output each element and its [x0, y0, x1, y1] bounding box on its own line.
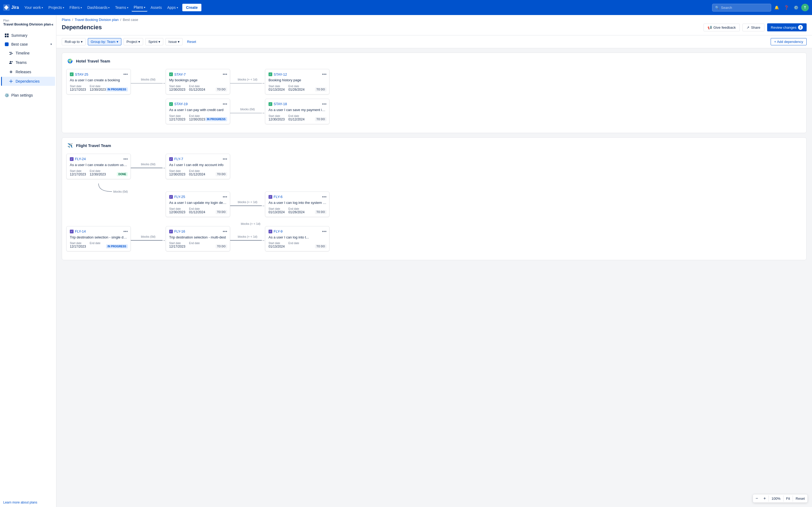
status-badge: TO DO	[216, 172, 227, 176]
notifications-button[interactable]: 🔔	[772, 3, 781, 12]
status-badge: IN PROGRESS	[106, 88, 128, 92]
sidebar-item-timeline[interactable]: Timeline	[1, 49, 55, 58]
add-dependency-button[interactable]: + Add dependency	[771, 38, 807, 45]
breadcrumb-plan[interactable]: Travel Booking Division plan	[74, 18, 119, 22]
arrow-fly-2: blocks (+ < 1d) →	[230, 201, 265, 208]
arrow-fly-4: blocks (+ < 1d) →	[230, 235, 265, 242]
sidebar-item-label: Timeline	[15, 51, 30, 55]
avatar[interactable]: T	[801, 4, 809, 11]
sidebar-item-dependencies[interactable]: Dependencies	[1, 77, 55, 86]
breadcrumb-plans[interactable]: Plans	[62, 18, 70, 22]
nav-plans[interactable]: Plans ▾	[132, 3, 147, 11]
sidebar-plan-name: Travel Booking Division plan	[3, 22, 51, 27]
card-title: As a user I can create a custom user acc…	[70, 163, 128, 167]
card-menu-button[interactable]: •••	[123, 229, 128, 234]
reset-button[interactable]: Reset	[185, 38, 198, 45]
card-title: As a user I can update my login details	[169, 201, 227, 205]
svg-rect-7	[9, 54, 11, 55]
card-fly-14[interactable]: ✓ FLY-14 ••• Trip destination selection …	[66, 226, 131, 251]
create-button[interactable]: Create	[182, 4, 202, 11]
arrow-head-icon: →	[162, 238, 166, 242]
card-fly-7[interactable]: ✓ FLY-7 ••• As I user I can edit my acco…	[166, 154, 230, 179]
card-menu-button[interactable]: •••	[222, 229, 227, 234]
search-input[interactable]: 🔍 Search	[712, 4, 771, 11]
card-menu-button[interactable]: •••	[322, 102, 326, 107]
sidebar-item-teams[interactable]: Teams	[1, 58, 55, 67]
app-logo[interactable]: Jira	[3, 4, 19, 11]
settings-button[interactable]: ⚙️	[792, 3, 800, 12]
sidebar-item-releases[interactable]: Releases	[1, 67, 55, 76]
share-icon: ↗	[747, 25, 750, 30]
zoom-reset-button[interactable]: Reset	[793, 496, 807, 502]
card-stay-12[interactable]: ✓ STAY-12 ••• Booking history page Start…	[265, 69, 329, 95]
hotel-dep-row-2: ✓ STAY-19 ••• As a user I can pay with c…	[66, 99, 802, 124]
status-badge: TO DO	[315, 210, 326, 214]
status-badge: TO DO	[315, 244, 326, 248]
help-button[interactable]: ❓	[782, 3, 791, 12]
card-menu-button[interactable]: •••	[222, 102, 227, 107]
card-fly-16[interactable]: ✓ FLY-16 ••• Trip destination selection …	[166, 226, 230, 251]
chevron-down-icon: ▾	[158, 40, 160, 44]
nav-filters[interactable]: Filters ▾	[67, 4, 84, 11]
sidebar-item-summary[interactable]: Summary	[1, 31, 55, 40]
nav-apps[interactable]: Apps ▾	[165, 4, 180, 11]
card-stay-18[interactable]: ✓ STAY-18 ••• As a user I can save my pa…	[265, 99, 329, 124]
chevron-down-icon: ▾	[138, 40, 140, 44]
card-menu-button[interactable]: •••	[222, 157, 227, 162]
card-fly-9[interactable]: ✓ FLY-9 ••• As a user I can log into t..…	[265, 226, 329, 251]
nav-assets[interactable]: Assets	[149, 4, 164, 11]
curve-svg: blocks (0d)	[99, 183, 179, 191]
nav-teams[interactable]: Teams ▾	[113, 4, 130, 11]
project-filter[interactable]: Project ▾	[123, 38, 143, 45]
card-stay-7[interactable]: ✓ STAY-7 ••• My bookings page Start date…	[166, 69, 230, 95]
card-menu-button[interactable]: •••	[322, 72, 326, 77]
content-header: Plans / Travel Booking Division plan / B…	[56, 15, 812, 36]
chevron-down-icon: ▾	[144, 6, 145, 9]
sidebar-item-best-case[interactable]: Best case ▾	[1, 40, 55, 48]
issue-icon: ✓	[169, 195, 173, 199]
nav-projects[interactable]: Projects ▾	[46, 4, 66, 11]
zoom-in-button[interactable]: +	[761, 494, 768, 502]
share-button[interactable]: ↗ Share	[743, 23, 764, 32]
sidebar-item-plan-settings[interactable]: ⚙️ Plan settings	[1, 91, 55, 100]
zoom-out-button[interactable]: −	[753, 494, 761, 502]
status-badge: TO DO	[315, 117, 326, 121]
card-stay-25[interactable]: ✓ STAY-25 ••• As a user I can create a b…	[66, 69, 131, 95]
nav-your-work[interactable]: Your work ▾	[22, 4, 45, 11]
arrow-label-fly16-fly9: blocks (+ < 1d)	[241, 221, 802, 226]
give-feedback-button[interactable]: 📢 Give feedback	[704, 23, 740, 32]
rollup-filter[interactable]: Roll-up to ▾	[62, 38, 86, 45]
chevron-down-icon: ▾	[81, 40, 83, 44]
card-menu-button[interactable]: •••	[322, 194, 326, 199]
sprint-filter[interactable]: Sprint ▾	[145, 38, 163, 45]
timeline-icon	[9, 51, 13, 56]
status-badge: IN PROGRESS	[205, 117, 227, 121]
svg-point-12	[11, 81, 11, 81]
sidebar-collapse-button[interactable]: ◂	[51, 22, 53, 26]
svg-rect-5	[9, 52, 12, 53]
card-fly-6[interactable]: ✓ FLY-6 ••• As a user I can log into the…	[265, 191, 329, 217]
card-menu-button[interactable]: •••	[123, 72, 128, 77]
review-changes-button[interactable]: Review changes 2	[767, 23, 807, 32]
flight-dep-row-3: ✓ FLY-14 ••• Trip destination selection …	[66, 226, 802, 251]
grid-icon	[4, 33, 9, 38]
card-menu-button[interactable]: •••	[222, 194, 227, 199]
learn-more-link[interactable]: Learn more about plans	[3, 501, 37, 504]
card-fly-25[interactable]: ✓ FLY-25 ••• As a user I can update my l…	[166, 191, 230, 217]
card-stay-19[interactable]: ✓ STAY-19 ••• As a user I can pay with c…	[166, 99, 230, 124]
nav-dashboards[interactable]: Dashboards ▾	[85, 4, 112, 11]
teams-icon	[9, 60, 13, 65]
card-menu-button[interactable]: •••	[322, 229, 326, 234]
card-menu-button[interactable]: •••	[123, 157, 128, 162]
page-actions: 📢 Give feedback ↗ Share Review changes 2	[704, 23, 807, 32]
arrow-head-icon: →	[162, 166, 166, 170]
status-badge: TO DO	[216, 244, 227, 248]
flight-team-avatar: ✈️	[66, 142, 74, 150]
groupby-filter[interactable]: Group by: Team ▾	[88, 38, 121, 45]
card-title: As I user I can edit my account info	[169, 163, 227, 167]
zoom-fit-button[interactable]: Fit	[783, 496, 793, 502]
card-menu-button[interactable]: •••	[222, 72, 227, 77]
issue-filter[interactable]: Issue ▾	[165, 38, 183, 45]
card-fly-24[interactable]: ✓ FLY-24 ••• As a user I can create a cu…	[66, 154, 131, 179]
arrow-head-icon: →	[261, 204, 265, 208]
